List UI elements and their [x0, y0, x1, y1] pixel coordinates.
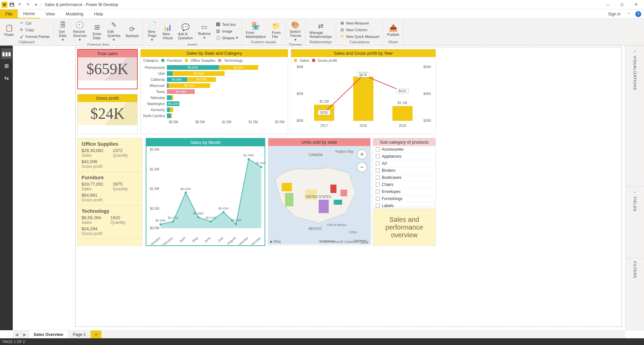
image-icon: 🖼 — [216, 29, 221, 34]
group-insert-label: Insert — [145, 43, 239, 46]
format-painter-button[interactable]: 🖌Format Painter — [17, 33, 51, 40]
refresh-button[interactable]: ⟳Refresh — [124, 24, 141, 39]
relationships-icon: ⇄ — [316, 21, 325, 31]
enter-data-button[interactable]: ⊞Enter Data — [90, 22, 104, 41]
edit-queries-button[interactable]: ✎Edit Queries▾ — [105, 19, 123, 43]
menubar: File Home View Modeling Help Sign in ^ ? — [0, 9, 644, 19]
new-visual-button[interactable]: 📊New Visual — [160, 22, 175, 41]
recent-icon: 🕘 — [75, 20, 85, 30]
measure-icon: ▦ — [339, 20, 345, 26]
brush-icon: 🖌 — [19, 34, 24, 39]
copy-button[interactable]: ⧉Copy — [17, 27, 51, 33]
group-calc-label: Calculations — [338, 40, 381, 45]
file-menu[interactable]: File — [0, 9, 18, 18]
ask-question-button[interactable]: 💬Ask A Question — [176, 22, 195, 41]
group-themes-label: Themes — [288, 43, 303, 46]
new-measure-button[interactable]: ▦New Measure — [338, 20, 381, 27]
buttons-button[interactable]: ▭Buttons▾ — [196, 21, 213, 41]
bubble-icon: 💬 — [181, 22, 190, 32]
shapes-button[interactable]: ◯Shapes▾ — [214, 35, 239, 41]
group-clipboard-label: Clipboard — [2, 40, 51, 45]
shapes-icon: ◯ — [216, 35, 221, 41]
textbox-icon: 🅰 — [216, 22, 221, 27]
ribbon-collapse-icon[interactable]: ^ — [625, 10, 633, 18]
textbox-button[interactable]: 🅰Text box — [214, 21, 239, 28]
tab-view[interactable]: View — [40, 9, 60, 18]
scissors-icon: ✂ — [19, 20, 24, 26]
titlebar: ⊞ 💾 ↶ ↷ ▾ | Sales & performance - Power … — [0, 0, 644, 9]
new-page-button[interactable]: 📄New Page▾ — [145, 19, 159, 43]
from-marketplace-button[interactable]: 🏪From Marketplace — [244, 20, 268, 39]
tab-home[interactable]: Home — [18, 9, 40, 18]
minimize-button[interactable]: — — [601, 0, 614, 9]
new-quick-measure-button[interactable]: ⚡New Quick Measure — [338, 33, 381, 40]
page-icon: 📄 — [147, 20, 157, 30]
ribbon: 📋Paste ✂Cut ⧉Copy 🖌Format Painter Clipbo… — [0, 19, 644, 46]
column-icon: ▥ — [339, 27, 345, 33]
cut-button[interactable]: ✂Cut — [17, 20, 51, 27]
chart-icon: 📊 — [163, 22, 172, 32]
close-button[interactable]: ✕ — [629, 0, 643, 9]
image-button[interactable]: 🖼Image — [214, 28, 239, 35]
paste-icon: 📋 — [4, 23, 14, 33]
refresh-icon: ⟳ — [128, 24, 137, 34]
paste-button[interactable]: 📋Paste — [2, 22, 16, 37]
signin-link[interactable]: Sign in — [604, 12, 625, 16]
maximize-button[interactable]: ◻ — [615, 0, 629, 9]
help-icon[interactable]: ? — [635, 11, 641, 17]
tab-modeling[interactable]: Modeling — [60, 9, 89, 18]
theme-icon: 🎨 — [291, 20, 300, 30]
group-external-label: External data — [56, 43, 141, 46]
quick-icon: ⚡ — [339, 34, 345, 39]
from-file-button[interactable]: 📁From File — [269, 20, 283, 39]
publish-button[interactable]: 📤Publish — [385, 22, 401, 37]
get-data-button[interactable]: 🗄Get Data▾ — [56, 19, 70, 43]
switch-theme-button[interactable]: 🎨Switch Theme▾ — [288, 19, 303, 43]
table-icon: ⊞ — [92, 22, 102, 32]
marketplace-icon: 🏪 — [251, 21, 261, 31]
save-icon[interactable]: 💾 — [8, 1, 15, 8]
group-custom-label: Custom visuals — [244, 40, 283, 45]
button-icon: ▭ — [200, 22, 209, 32]
window-title: Sales & performance - Power BI Desktop — [45, 2, 118, 7]
redo-icon[interactable]: ↷ — [24, 1, 32, 8]
manage-relationships-button[interactable]: ⇄Manage Relationships — [308, 20, 334, 39]
qat-dropdown-icon[interactable]: ▾ — [32, 1, 40, 8]
database-icon: 🗄 — [58, 20, 67, 30]
group-relationships-label: Relationships — [308, 40, 334, 45]
edit-icon: ✎ — [109, 20, 119, 30]
app-icon: ⊞ — [1, 2, 7, 8]
undo-icon[interactable]: ↶ — [16, 1, 24, 8]
group-share-label: Share — [385, 40, 401, 45]
publish-icon: 📤 — [388, 23, 398, 33]
new-column-button[interactable]: ▥New Column — [338, 27, 381, 33]
folder-icon: 📁 — [272, 21, 281, 31]
recent-sources-button[interactable]: 🕘Recent Sources▾ — [71, 19, 89, 43]
copy-icon: ⧉ — [19, 27, 24, 33]
tab-help[interactable]: Help — [89, 9, 108, 18]
